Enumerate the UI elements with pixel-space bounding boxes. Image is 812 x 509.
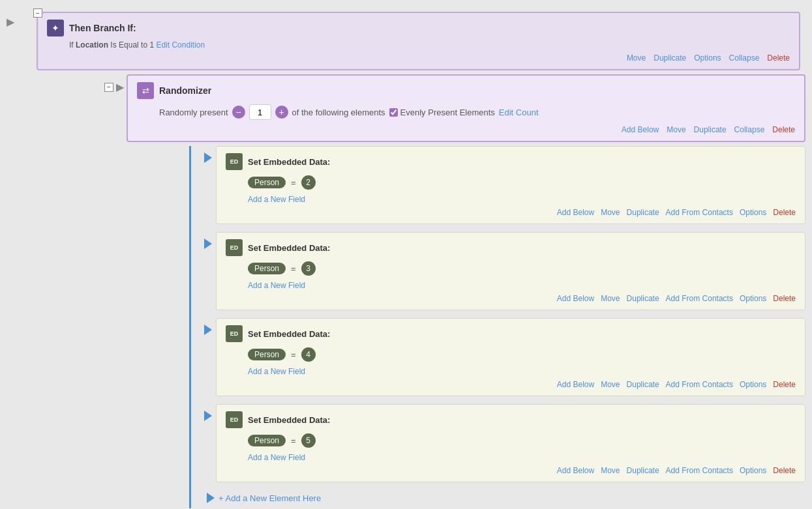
- block4-add-below[interactable]: Add Below: [557, 466, 594, 475]
- field-tag-1: Person: [248, 177, 286, 188]
- block3-move[interactable]: Move: [601, 380, 620, 389]
- randomizer-delete[interactable]: Delete: [772, 125, 795, 134]
- branch-duplicate[interactable]: Duplicate: [654, 53, 686, 63]
- field-tag-4: Person: [248, 435, 286, 446]
- field-tag-3: Person: [248, 349, 286, 360]
- randomizer-actions: Add Below Move Duplicate Collapse Delete: [137, 125, 795, 134]
- randomizer-move[interactable]: Move: [667, 125, 685, 134]
- randomizer-arrow: ▶: [116, 81, 124, 93]
- block3-add-from-contacts[interactable]: Add From Contacts: [666, 380, 733, 389]
- block3-duplicate[interactable]: Duplicate: [627, 380, 659, 389]
- count-decrease-btn[interactable]: −: [232, 106, 245, 119]
- branch-arrow: ▶: [7, 16, 14, 28]
- block4-move[interactable]: Move: [601, 466, 620, 475]
- embedded-icon-2: ED: [226, 239, 243, 256]
- condition-op: Is Equal to: [110, 40, 147, 50]
- field-value-4: 5: [301, 433, 316, 448]
- block1-arrow: [204, 153, 212, 163]
- field-value-1: 2: [301, 175, 316, 190]
- embedded-block-4: ED Set Embedded Data: Person = 5 Add a N…: [216, 404, 805, 482]
- randomizer-icon: ⇄: [137, 82, 154, 99]
- block1-add-below[interactable]: Add Below: [557, 208, 594, 217]
- randomizer-collapse[interactable]: Collapse: [734, 125, 765, 134]
- field-value-3: 4: [301, 347, 316, 362]
- block2-add-below[interactable]: Add Below: [557, 294, 594, 303]
- branch-title: Then Branch If:: [69, 23, 136, 33]
- block1-duplicate[interactable]: Duplicate: [627, 208, 659, 217]
- randomizer-title: Randomizer: [159, 85, 211, 96]
- field-equals-2: =: [291, 264, 296, 274]
- field-value-2: 3: [301, 261, 316, 276]
- block2-add-from-contacts[interactable]: Add From Contacts: [666, 294, 733, 303]
- field-equals-3: =: [291, 350, 296, 360]
- count-input[interactable]: [249, 104, 271, 120]
- randomizer-collapse-box[interactable]: −: [104, 83, 113, 92]
- block2-arrow: [204, 239, 212, 249]
- field-equals-1: =: [291, 178, 296, 188]
- block1-options[interactable]: Options: [740, 208, 766, 217]
- block4-delete[interactable]: Delete: [773, 466, 796, 475]
- add-field-link-2[interactable]: Add a New Field: [248, 281, 796, 290]
- field-tag-2: Person: [248, 263, 286, 274]
- branch-icon: ✦: [47, 20, 64, 36]
- block4-duplicate[interactable]: Duplicate: [627, 466, 659, 475]
- block2-move[interactable]: Move: [601, 294, 620, 303]
- evenly-present-label[interactable]: Evenly Present Elements: [389, 108, 495, 117]
- block1-delete[interactable]: Delete: [773, 208, 796, 217]
- embedded-icon-1: ED: [226, 153, 243, 170]
- add-field-link-4[interactable]: Add a New Field: [248, 453, 796, 462]
- add-element-arrow: [207, 493, 215, 503]
- block1-move[interactable]: Move: [601, 208, 620, 217]
- block4-options[interactable]: Options: [740, 466, 766, 475]
- add-field-link-1[interactable]: Add a New Field: [248, 195, 796, 204]
- block3-options[interactable]: Options: [740, 380, 766, 389]
- block4-add-from-contacts[interactable]: Add From Contacts: [666, 466, 733, 475]
- embedded-block-1: ED Set Embedded Data: Person = 2 Add a N…: [216, 146, 805, 224]
- randomly-present-label: Randomly present: [159, 108, 228, 117]
- branch-condition: If Location Is Equal to 1 Edit Condition: [69, 40, 790, 50]
- embedded-title-2: Set Embedded Data:: [248, 243, 330, 253]
- embedded-icon-3: ED: [226, 325, 243, 342]
- embedded-blocks-container: ED Set Embedded Data: Person = 2 Add a N…: [189, 146, 805, 508]
- block2-duplicate[interactable]: Duplicate: [627, 294, 659, 303]
- branch-collapse-box[interactable]: −: [33, 8, 42, 18]
- block2-delete[interactable]: Delete: [773, 294, 796, 303]
- embedded-title-3: Set Embedded Data:: [248, 329, 330, 339]
- block3-delete[interactable]: Delete: [773, 380, 796, 389]
- branch-move[interactable]: Move: [627, 53, 646, 63]
- edit-condition-link[interactable]: Edit Condition: [156, 40, 205, 50]
- embedded-block-3: ED Set Embedded Data: Person = 4 Add a N…: [216, 318, 805, 396]
- add-element-link[interactable]: + Add a New Element Here: [218, 493, 321, 503]
- block4-arrow: [204, 411, 212, 421]
- randomizer-duplicate[interactable]: Duplicate: [694, 125, 727, 134]
- randomizer-add-below[interactable]: Add Below: [622, 125, 659, 134]
- embedded-title-4: Set Embedded Data:: [248, 415, 330, 425]
- branch-collapse[interactable]: Collapse: [729, 53, 760, 63]
- field-equals-4: =: [291, 436, 296, 446]
- branch-actions: Move Duplicate Options Collapse Delete: [47, 53, 790, 63]
- edit-count-link[interactable]: Edit Count: [499, 108, 539, 117]
- of-label: of the following elements: [292, 108, 385, 117]
- branch-options[interactable]: Options: [694, 53, 721, 63]
- embedded-title-1: Set Embedded Data:: [248, 157, 330, 167]
- block3-add-below[interactable]: Add Below: [557, 380, 594, 389]
- block2-options[interactable]: Options: [740, 294, 766, 303]
- embedded-icon-4: ED: [226, 411, 243, 428]
- condition-value: 1: [149, 40, 154, 50]
- embedded-block-2: ED Set Embedded Data: Person = 3 Add a N…: [216, 232, 805, 310]
- add-field-link-3[interactable]: Add a New Field: [248, 367, 796, 376]
- condition-field: Location: [76, 40, 108, 50]
- count-increase-btn[interactable]: +: [275, 106, 288, 119]
- block3-arrow: [204, 325, 212, 335]
- evenly-present-checkbox[interactable]: [389, 108, 398, 117]
- condition-prefix: If: [69, 40, 74, 50]
- branch-delete[interactable]: Delete: [767, 53, 790, 63]
- block1-add-from-contacts[interactable]: Add From Contacts: [666, 208, 733, 217]
